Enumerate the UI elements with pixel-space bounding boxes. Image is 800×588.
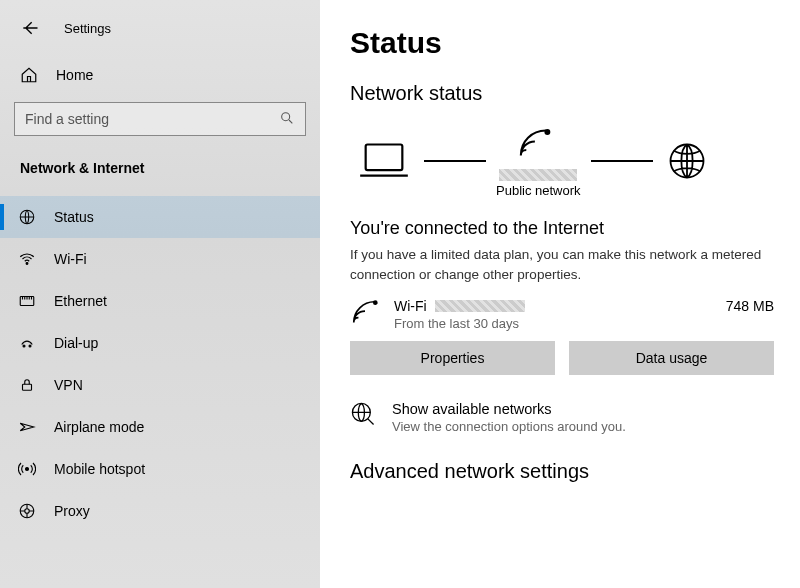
sidebar-item-label: Status [54, 209, 94, 225]
globe-icon [18, 208, 36, 226]
sidebar-item-label: Airplane mode [54, 419, 144, 435]
main-content: Status Network status Public network [320, 0, 800, 588]
svg-point-7 [26, 468, 29, 471]
connection-subtext: From the last 30 days [394, 316, 712, 331]
hotspot-icon [18, 460, 36, 478]
search-box[interactable] [14, 102, 306, 136]
laptop-icon [354, 139, 414, 183]
sidebar-item-ethernet[interactable]: Ethernet [0, 280, 320, 322]
window-title: Settings [64, 21, 111, 36]
svg-point-5 [29, 345, 31, 347]
airplane-icon [18, 418, 36, 436]
svg-rect-6 [23, 384, 32, 390]
sidebar-item-label: VPN [54, 377, 83, 393]
advanced-settings-heading: Advanced network settings [350, 460, 774, 483]
sidebar-home-label: Home [56, 67, 93, 83]
sidebar-item-vpn[interactable]: VPN [0, 364, 320, 406]
sidebar-item-proxy[interactable]: Proxy [0, 490, 320, 532]
ethernet-icon [18, 292, 36, 310]
available-networks-title: Show available networks [392, 401, 626, 417]
connection-summary: Wi-Fi From the last 30 days 748 MB [350, 298, 774, 331]
svg-point-13 [374, 301, 377, 304]
sidebar-item-airplane[interactable]: Airplane mode [0, 406, 320, 448]
network-status-heading: Network status [350, 82, 774, 105]
globe-search-icon [350, 401, 376, 430]
svg-point-0 [282, 112, 290, 120]
available-networks-subtitle: View the connection options around you. [392, 419, 626, 434]
sidebar-item-label: Ethernet [54, 293, 107, 309]
sidebar-item-hotspot[interactable]: Mobile hotspot [0, 448, 320, 490]
sidebar: Settings Home Network & Internet Status [0, 0, 320, 588]
home-icon [20, 66, 38, 84]
ssid-redacted [435, 300, 525, 312]
sidebar-item-label: Proxy [54, 503, 90, 519]
connector-line [424, 160, 486, 162]
svg-point-4 [23, 345, 25, 347]
internet-globe-icon [663, 137, 711, 185]
back-arrow-icon[interactable] [20, 18, 40, 38]
svg-point-9 [25, 509, 30, 514]
svg-point-2 [26, 263, 28, 265]
sidebar-section-label: Network & Internet [14, 154, 306, 182]
connected-description: If you have a limited data plan, you can… [350, 245, 770, 284]
svg-rect-10 [366, 144, 403, 170]
sidebar-item-label: Mobile hotspot [54, 461, 145, 477]
data-usage-amount: 748 MB [726, 298, 774, 314]
nav-list: Status Wi-Fi Ethernet Dial-up [14, 196, 306, 532]
connected-title: You're connected to the Internet [350, 218, 774, 239]
sidebar-item-wifi[interactable]: Wi-Fi [0, 238, 320, 280]
wifi-icon [350, 298, 380, 331]
svg-point-11 [546, 130, 550, 134]
connector-line [591, 160, 653, 162]
dialup-icon [18, 334, 36, 352]
network-type-label: Public network [496, 183, 581, 198]
network-diagram: Public network [350, 123, 774, 198]
search-input[interactable] [25, 111, 265, 127]
wifi-icon [18, 250, 36, 268]
sidebar-item-status[interactable]: Status [0, 196, 320, 238]
connection-type: Wi-Fi [394, 298, 427, 314]
show-available-networks[interactable]: Show available networks View the connect… [350, 401, 774, 434]
sidebar-item-label: Wi-Fi [54, 251, 87, 267]
properties-button[interactable]: Properties [350, 341, 555, 375]
wifi-signal-icon [513, 123, 563, 163]
sidebar-item-dialup[interactable]: Dial-up [0, 322, 320, 364]
ssid-redacted [499, 169, 577, 181]
sidebar-home[interactable]: Home [14, 56, 306, 94]
sidebar-item-label: Dial-up [54, 335, 98, 351]
vpn-icon [18, 376, 36, 394]
proxy-icon [18, 502, 36, 520]
page-title: Status [350, 26, 774, 60]
search-icon [279, 110, 295, 129]
data-usage-button[interactable]: Data usage [569, 341, 774, 375]
